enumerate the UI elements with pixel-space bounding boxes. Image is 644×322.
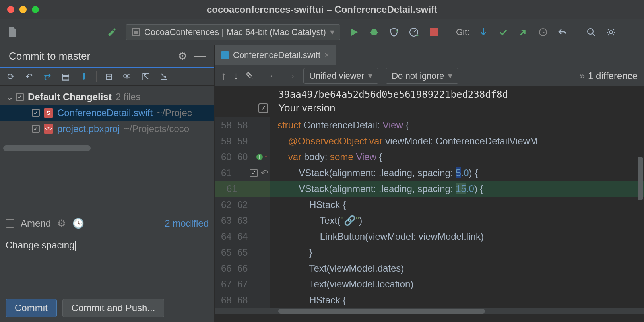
main-toolbar: CocoaConferences | Mac 64-bit (Mac Catal… [0, 19, 644, 45]
code-line: 6767 Text(viewModel.location) [215, 276, 644, 292]
svg-rect-8 [221, 51, 229, 59]
editor-horizontal-scrollbar[interactable] [215, 308, 644, 314]
dropdown-icon: ▾ [330, 27, 334, 37]
debug-icon[interactable] [368, 27, 380, 37]
settings-icon[interactable] [605, 27, 617, 37]
group-icon[interactable]: ⊞ [103, 72, 115, 82]
amend-checkbox[interactable] [6, 219, 14, 228]
file-name: project.pbxproj [57, 123, 120, 134]
git-history-icon[interactable] [537, 27, 549, 37]
svg-point-6 [588, 29, 593, 34]
diff-code[interactable]: 5858struct ConferenceDetail: View {5959 … [215, 117, 644, 308]
collapse-icon[interactable]: ⇲ [158, 72, 170, 82]
next-diff-icon[interactable]: ↓ [233, 70, 239, 82]
commit-panel: Commit to master ⚙ — ⟳ ↶ ⇄ ▤ ⬇ ⊞ 👁 ⇱ ⇲ ⌄… [0, 45, 215, 322]
your-version-label: Your version [278, 102, 336, 114]
code-line: 5858struct ConferenceDetail: View { [215, 117, 644, 133]
shelve-icon[interactable]: ⬇ [78, 72, 90, 82]
profile-icon[interactable] [408, 27, 420, 37]
refresh-icon[interactable]: ⟳ [5, 72, 17, 82]
code-line: 61 VStack(alignment: .leading, spacing: … [215, 181, 644, 197]
changelist-name: Default Changelist [28, 91, 112, 103]
code-line: 6868 HStack { [215, 292, 644, 308]
run-icon[interactable] [348, 28, 360, 37]
chevron-down-icon: ⌄ [6, 91, 12, 103]
gear-icon[interactable]: ⚙ [178, 50, 187, 62]
stop-icon[interactable] [428, 28, 440, 36]
swift-file-icon [221, 51, 229, 59]
changelist-icon[interactable]: ▤ [60, 72, 72, 82]
svg-rect-1 [134, 31, 138, 34]
forward-icon[interactable]: → [286, 70, 296, 82]
file-name: ConferenceDetail.swift [57, 107, 153, 118]
code-line: 5959 @ObservedObject var viewModel: Conf… [215, 133, 644, 149]
title-bar: cocoaconferences-swiftui – ConferenceDet… [0, 0, 644, 19]
prev-diff-icon[interactable]: ↑ [221, 70, 226, 82]
git-update-icon[interactable] [477, 27, 489, 37]
code-line: 6464 LinkButton(viewModel: viewModel.lin… [215, 229, 644, 244]
file-type-icon: S [44, 108, 53, 118]
code-line: 6262 HStack { [215, 197, 644, 213]
changelist-count: 2 files [116, 91, 141, 103]
commit-panel-title: Commit to master [9, 50, 90, 62]
git-rollback-icon[interactable] [557, 27, 569, 37]
commit-toolbar: ⟳ ↶ ⇄ ▤ ⬇ ⊞ 👁 ⇱ ⇲ [0, 68, 214, 86]
coverage-icon[interactable] [388, 27, 400, 37]
file-checkbox[interactable] [32, 109, 40, 117]
file-row[interactable]: S ConferenceDetail.swift ~/Projec [0, 105, 214, 121]
close-tab-icon[interactable]: × [324, 50, 329, 60]
horizontal-scrollbar[interactable] [3, 145, 211, 151]
back-icon[interactable]: ← [268, 70, 279, 82]
amend-label: Amend [21, 218, 51, 229]
code-line: 6666 Text(viewModel.dates) [215, 260, 644, 276]
revert-icon[interactable]: ↶ [261, 165, 268, 181]
svg-rect-4 [430, 28, 438, 36]
include-line-checkbox[interactable] [250, 169, 258, 177]
file-icon[interactable] [6, 27, 18, 38]
git-commit-icon[interactable] [497, 27, 509, 37]
tab-label: ConferenceDetail.swift [233, 50, 320, 60]
commit-and-push-button[interactable]: Commit and Push... [62, 299, 165, 317]
minimize-icon[interactable]: — [194, 49, 206, 63]
file-checkbox[interactable] [32, 125, 40, 133]
your-version-checkbox[interactable] [258, 103, 268, 113]
code-line: 61↶ VStack(alignment: .leading, spacing:… [215, 165, 644, 181]
run-config-label: CocoaConferences | Mac 64-bit (Mac Catal… [144, 27, 326, 37]
file-path: ~/Projec [157, 107, 192, 118]
editor-vertical-scrollbar[interactable] [638, 157, 643, 200]
search-icon[interactable] [585, 27, 597, 37]
commit-message-input[interactable]: Change spacing [0, 235, 214, 294]
commit-hash: 39aa497be64a52d56d05e561989221bed238df8d [215, 87, 644, 101]
code-line: 6060i↑ var body: some View { [215, 149, 644, 165]
ignore-mode-select[interactable]: Do not ignore▾ [386, 68, 458, 84]
editor-tab[interactable]: ConferenceDetail.swift × [215, 45, 336, 65]
expand-icon[interactable]: » [580, 70, 585, 81]
git-push-icon[interactable] [517, 27, 529, 37]
git-label: Git: [456, 27, 469, 37]
history-icon[interactable]: 🕓 [72, 218, 84, 229]
target-icon [132, 28, 140, 37]
expand-icon[interactable]: ⇱ [140, 72, 151, 82]
difference-count: 1 difference [588, 70, 638, 81]
edit-icon[interactable]: ✎ [246, 70, 254, 81]
file-type-icon: </> [44, 124, 53, 134]
code-line: 6363 Text("🔗") [215, 213, 644, 229]
modified-count: 2 modified [165, 218, 209, 229]
diff-icon[interactable]: ⇄ [41, 72, 53, 82]
diff-toolbar: ↑ ↓ ✎ ← → Unified viewer▾ Do not ignore▾… [215, 65, 644, 87]
hammer-icon[interactable] [106, 27, 118, 38]
commit-options-gear-icon[interactable]: ⚙ [57, 218, 66, 229]
rollback-icon[interactable]: ↶ [23, 72, 35, 82]
changelist-checkbox[interactable] [16, 93, 24, 101]
window-title: cocoaconferences-swiftui – ConferenceDet… [0, 4, 644, 15]
file-row[interactable]: </> project.pbxproj ~/Projects/coco [0, 121, 214, 137]
editor-panel: ConferenceDetail.swift × ↑ ↓ ✎ ← → Unifi… [215, 45, 644, 322]
run-config-selector[interactable]: CocoaConferences | Mac 64-bit (Mac Catal… [126, 24, 340, 40]
editor-tabs: ConferenceDetail.swift × [215, 45, 644, 65]
commit-button[interactable]: Commit [6, 299, 57, 317]
preview-icon[interactable]: 👁 [121, 72, 133, 82]
file-path: ~/Projects/coco [124, 123, 189, 134]
svg-point-7 [609, 31, 613, 34]
changelist-header[interactable]: ⌄ Default Changelist 2 files [0, 89, 214, 105]
viewer-mode-select[interactable]: Unified viewer▾ [303, 68, 378, 84]
